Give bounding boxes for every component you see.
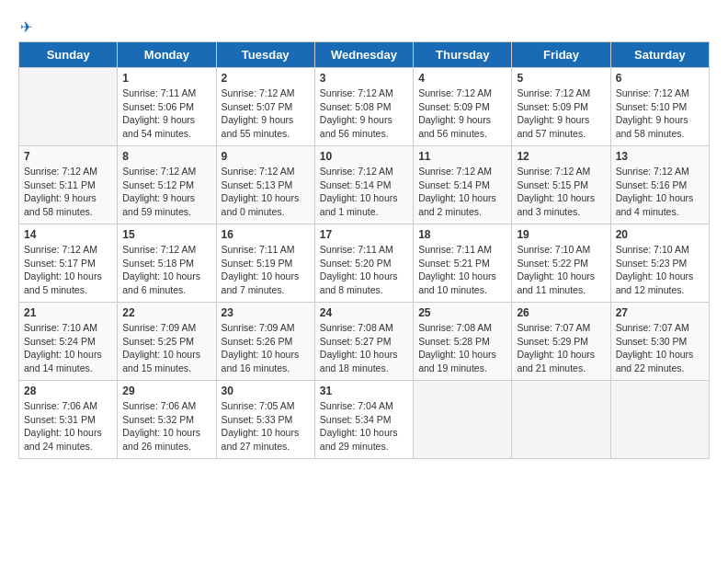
cell-info: Sunrise: 7:12 AMSunset: 5:17 PMDaylight:…	[24, 243, 112, 297]
calendar-cell: 29Sunrise: 7:06 AMSunset: 5:32 PMDayligh…	[118, 381, 216, 459]
calendar-cell: 10Sunrise: 7:12 AMSunset: 5:14 PMDayligh…	[314, 146, 413, 224]
calendar-cell: 11Sunrise: 7:12 AMSunset: 5:14 PMDayligh…	[414, 146, 512, 224]
calendar-week-2: 7Sunrise: 7:12 AMSunset: 5:11 PMDaylight…	[19, 146, 710, 224]
cell-info: Sunrise: 7:08 AMSunset: 5:28 PMDaylight:…	[418, 321, 506, 375]
day-number: 12	[517, 150, 605, 163]
cell-info: Sunrise: 7:07 AMSunset: 5:29 PMDaylight:…	[517, 321, 605, 375]
calendar-week-4: 21Sunrise: 7:10 AMSunset: 5:24 PMDayligh…	[19, 303, 710, 381]
calendar-cell: 13Sunrise: 7:12 AMSunset: 5:16 PMDayligh…	[610, 146, 709, 224]
calendar-table: SundayMondayTuesdayWednesdayThursdayFrid…	[18, 41, 710, 459]
calendar-cell: 28Sunrise: 7:06 AMSunset: 5:31 PMDayligh…	[19, 381, 118, 459]
calendar-cell: 7Sunrise: 7:12 AMSunset: 5:11 PMDaylight…	[19, 146, 118, 224]
day-number: 25	[418, 306, 506, 319]
calendar-cell: 26Sunrise: 7:07 AMSunset: 5:29 PMDayligh…	[512, 303, 610, 381]
day-number: 23	[222, 306, 310, 319]
calendar-cell: 25Sunrise: 7:08 AMSunset: 5:28 PMDayligh…	[414, 303, 512, 381]
cell-info: Sunrise: 7:12 AMSunset: 5:08 PMDaylight:…	[320, 86, 408, 141]
cell-info: Sunrise: 7:06 AMSunset: 5:31 PMDaylight:…	[24, 399, 112, 454]
cell-info: Sunrise: 7:12 AMSunset: 5:09 PMDaylight:…	[517, 86, 605, 141]
day-number: 26	[517, 306, 605, 319]
day-number: 8	[122, 150, 210, 163]
calendar-cell: 22Sunrise: 7:09 AMSunset: 5:25 PMDayligh…	[118, 303, 216, 381]
calendar-cell: 23Sunrise: 7:09 AMSunset: 5:26 PMDayligh…	[216, 303, 314, 381]
calendar-cell: 3Sunrise: 7:12 AMSunset: 5:08 PMDaylight…	[314, 68, 413, 146]
day-number: 16	[222, 228, 310, 241]
cell-info: Sunrise: 7:07 AMSunset: 5:30 PMDaylight:…	[616, 321, 704, 375]
day-number: 20	[616, 228, 704, 241]
day-number: 29	[122, 385, 210, 397]
cell-info: Sunrise: 7:11 AMSunset: 5:06 PMDaylight:…	[122, 86, 210, 141]
day-header-wednesday: Wednesday	[314, 42, 413, 68]
day-number: 3	[320, 72, 408, 85]
day-number: 31	[320, 385, 408, 397]
cell-info: Sunrise: 7:09 AMSunset: 5:25 PMDaylight:…	[122, 321, 210, 375]
day-number: 21	[24, 306, 112, 319]
day-number: 13	[616, 150, 704, 163]
calendar-cell: 15Sunrise: 7:12 AMSunset: 5:18 PMDayligh…	[118, 224, 216, 303]
day-number: 1	[122, 72, 210, 85]
cell-info: Sunrise: 7:04 AMSunset: 5:34 PMDaylight:…	[320, 399, 408, 454]
day-header-saturday: Saturday	[610, 42, 709, 68]
calendar-cell	[512, 381, 610, 459]
calendar-cell: 24Sunrise: 7:08 AMSunset: 5:27 PMDayligh…	[314, 303, 413, 381]
cell-info: Sunrise: 7:12 AMSunset: 5:14 PMDaylight:…	[418, 165, 506, 219]
calendar-cell: 20Sunrise: 7:10 AMSunset: 5:23 PMDayligh…	[610, 224, 709, 303]
day-number: 14	[24, 228, 112, 241]
cell-info: Sunrise: 7:10 AMSunset: 5:22 PMDaylight:…	[517, 243, 605, 297]
calendar-cell: 31Sunrise: 7:04 AMSunset: 5:34 PMDayligh…	[314, 381, 413, 459]
day-number: 30	[222, 385, 310, 397]
day-number: 15	[122, 228, 210, 241]
calendar-cell: 9Sunrise: 7:12 AMSunset: 5:13 PMDaylight…	[216, 146, 314, 224]
day-number: 2	[222, 72, 310, 85]
calendar-cell: 17Sunrise: 7:11 AMSunset: 5:20 PMDayligh…	[314, 224, 413, 303]
cell-info: Sunrise: 7:12 AMSunset: 5:16 PMDaylight:…	[616, 165, 704, 219]
cell-info: Sunrise: 7:12 AMSunset: 5:11 PMDaylight:…	[24, 165, 112, 219]
cell-info: Sunrise: 7:10 AMSunset: 5:23 PMDaylight:…	[616, 243, 704, 297]
day-number: 4	[418, 72, 506, 85]
cell-info: Sunrise: 7:11 AMSunset: 5:20 PMDaylight:…	[320, 243, 408, 297]
calendar-cell: 18Sunrise: 7:11 AMSunset: 5:21 PMDayligh…	[414, 224, 512, 303]
day-number: 18	[418, 228, 506, 241]
calendar-cell: 2Sunrise: 7:12 AMSunset: 5:07 PMDaylight…	[216, 68, 314, 146]
calendar-cell	[19, 68, 118, 146]
cell-info: Sunrise: 7:09 AMSunset: 5:26 PMDaylight:…	[222, 321, 310, 375]
calendar-cell: 1Sunrise: 7:11 AMSunset: 5:06 PMDaylight…	[118, 68, 216, 146]
day-header-friday: Friday	[512, 42, 610, 68]
calendar-week-5: 28Sunrise: 7:06 AMSunset: 5:31 PMDayligh…	[19, 381, 710, 459]
calendar-cell: 14Sunrise: 7:12 AMSunset: 5:17 PMDayligh…	[19, 224, 118, 303]
page-header: ✈	[18, 18, 710, 32]
calendar-cell: 12Sunrise: 7:12 AMSunset: 5:15 PMDayligh…	[512, 146, 610, 224]
cell-info: Sunrise: 7:12 AMSunset: 5:14 PMDaylight:…	[320, 165, 408, 219]
cell-info: Sunrise: 7:08 AMSunset: 5:27 PMDaylight:…	[320, 321, 408, 375]
day-number: 27	[616, 306, 704, 319]
calendar-cell: 6Sunrise: 7:12 AMSunset: 5:10 PMDaylight…	[610, 68, 709, 146]
day-number: 19	[517, 228, 605, 241]
cell-info: Sunrise: 7:12 AMSunset: 5:13 PMDaylight:…	[222, 165, 310, 219]
cell-info: Sunrise: 7:12 AMSunset: 5:18 PMDaylight:…	[122, 243, 210, 297]
calendar-body: 1Sunrise: 7:11 AMSunset: 5:06 PMDaylight…	[19, 68, 710, 459]
day-number: 17	[320, 228, 408, 241]
calendar-cell: 30Sunrise: 7:05 AMSunset: 5:33 PMDayligh…	[216, 381, 314, 459]
calendar-cell: 16Sunrise: 7:11 AMSunset: 5:19 PMDayligh…	[216, 224, 314, 303]
cell-info: Sunrise: 7:05 AMSunset: 5:33 PMDaylight:…	[222, 399, 310, 454]
cell-info: Sunrise: 7:11 AMSunset: 5:19 PMDaylight:…	[222, 243, 310, 297]
calendar-cell: 4Sunrise: 7:12 AMSunset: 5:09 PMDaylight…	[414, 68, 512, 146]
cell-info: Sunrise: 7:10 AMSunset: 5:24 PMDaylight:…	[24, 321, 112, 375]
day-number: 7	[24, 150, 112, 163]
cell-info: Sunrise: 7:12 AMSunset: 5:12 PMDaylight:…	[122, 165, 210, 219]
calendar-cell: 27Sunrise: 7:07 AMSunset: 5:30 PMDayligh…	[610, 303, 709, 381]
cell-info: Sunrise: 7:11 AMSunset: 5:21 PMDaylight:…	[418, 243, 506, 297]
calendar-cell: 21Sunrise: 7:10 AMSunset: 5:24 PMDayligh…	[19, 303, 118, 381]
calendar-cell	[610, 381, 709, 459]
calendar-cell: 8Sunrise: 7:12 AMSunset: 5:12 PMDaylight…	[118, 146, 216, 224]
day-number: 22	[122, 306, 210, 319]
logo-bird-icon: ✈	[20, 18, 32, 36]
calendar-cell: 19Sunrise: 7:10 AMSunset: 5:22 PMDayligh…	[512, 224, 610, 303]
calendar-cell	[414, 381, 512, 459]
cell-info: Sunrise: 7:12 AMSunset: 5:07 PMDaylight:…	[222, 86, 310, 141]
day-header-monday: Monday	[118, 42, 216, 68]
day-number: 28	[24, 385, 112, 397]
calendar-week-1: 1Sunrise: 7:11 AMSunset: 5:06 PMDaylight…	[19, 68, 710, 146]
calendar-cell: 5Sunrise: 7:12 AMSunset: 5:09 PMDaylight…	[512, 68, 610, 146]
day-number: 11	[418, 150, 506, 163]
